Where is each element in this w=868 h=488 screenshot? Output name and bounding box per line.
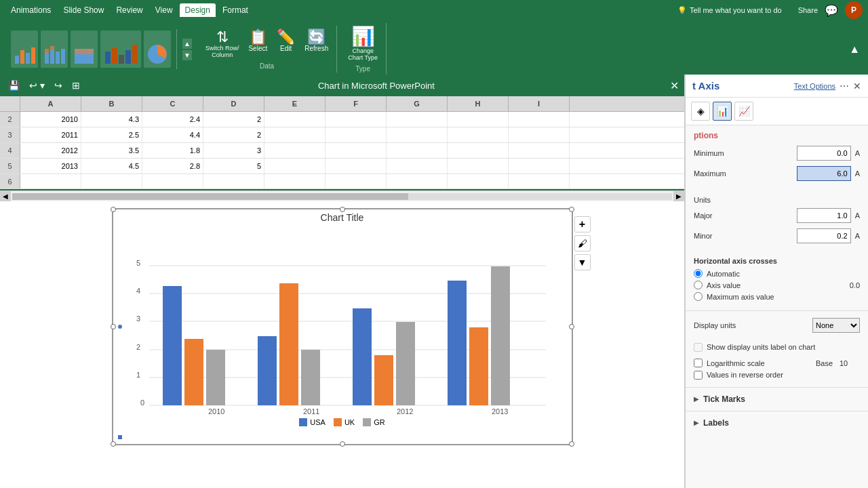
cell-b3[interactable]: 2.5 — [81, 127, 142, 142]
handle-bm[interactable] — [340, 441, 345, 447]
cell-g5[interactable] — [387, 159, 448, 174]
cell-e2[interactable] — [264, 112, 326, 127]
cell-c5[interactable]: 2.8 — [142, 159, 203, 174]
cell-b5[interactable]: 4.5 — [81, 159, 142, 174]
cell-i6[interactable] — [509, 174, 570, 189]
select-button[interactable]: 📋 Select — [245, 28, 270, 60]
minimum-input[interactable] — [797, 146, 851, 161]
tab-review[interactable]: Review — [111, 3, 148, 17]
chart-wrapper[interactable]: Chart Title 0 1 2 3 4 5 — [112, 208, 573, 445]
cell-h4[interactable] — [448, 143, 509, 158]
inner-handle-l[interactable] — [117, 324, 123, 329]
cell-a4[interactable]: 2012 — [20, 143, 81, 158]
handle-mr[interactable] — [569, 324, 574, 329]
cell-c6[interactable] — [142, 174, 203, 189]
cell-d5[interactable]: 5 — [203, 159, 264, 174]
cell-i2[interactable] — [509, 112, 570, 127]
handle-br[interactable] — [569, 441, 574, 447]
reverse-order-checkbox[interactable] — [694, 371, 703, 380]
tab-format-shape[interactable]: ◈ — [691, 102, 710, 121]
cell-e4[interactable] — [264, 143, 326, 158]
cell-h3[interactable] — [448, 127, 509, 142]
cell-e3[interactable] — [264, 127, 326, 142]
scroll-left-btn[interactable]: ◀ — [0, 191, 11, 202]
automatic-radio[interactable] — [694, 269, 703, 278]
cell-f3[interactable] — [326, 127, 387, 142]
handle-tl[interactable] — [111, 207, 116, 212]
cell-c4[interactable]: 1.8 — [142, 143, 203, 158]
cell-a6[interactable] — [20, 174, 81, 189]
tick-marks-section[interactable]: ▶ Tick Marks — [686, 390, 868, 408]
cell-d4[interactable]: 3 — [203, 143, 264, 158]
edit-button[interactable]: ✏️ Edit — [274, 28, 298, 60]
cell-g2[interactable] — [387, 112, 448, 127]
display-units-select[interactable]: None Hundreds Thousands Millions — [812, 318, 860, 333]
panel-expand-btn[interactable]: ⋯ — [840, 81, 849, 92]
cell-g6[interactable] — [387, 174, 448, 189]
tab-column-chart[interactable]: 📈 — [734, 102, 753, 121]
cell-b4[interactable]: 3.5 — [81, 143, 142, 158]
major-input[interactable] — [797, 208, 851, 223]
cell-i5[interactable] — [509, 159, 570, 174]
major-auto-btn[interactable]: A — [855, 211, 860, 220]
comment-icon[interactable]: 💬 — [825, 4, 838, 17]
cell-i4[interactable] — [509, 143, 570, 158]
cell-b2[interactable]: 4.3 — [81, 112, 142, 127]
minor-input[interactable] — [797, 228, 851, 243]
cell-f6[interactable] — [326, 174, 387, 189]
max-axis-radio[interactable] — [694, 292, 703, 301]
share-button[interactable]: Share — [798, 6, 818, 14]
minimum-auto-btn[interactable]: A — [855, 149, 860, 157]
sheet-close-btn[interactable]: ✕ — [670, 79, 679, 92]
maximum-input[interactable] — [797, 166, 851, 181]
cell-h2[interactable] — [448, 112, 509, 127]
style-btn[interactable]: 🖌 — [574, 235, 591, 251]
tab-view[interactable]: View — [150, 3, 178, 17]
tell-me-box[interactable]: 💡 Tell me what you want to do — [677, 6, 782, 15]
handle-tm[interactable] — [340, 207, 345, 212]
scroll-thumb[interactable] — [12, 193, 408, 200]
cell-c2[interactable]: 2.4 — [142, 112, 203, 127]
axis-value-radio[interactable] — [694, 281, 703, 289]
save-icon[interactable]: 💾 — [5, 79, 22, 92]
cell-g3[interactable] — [387, 127, 448, 142]
layout-thumb-1[interactable] — [11, 30, 38, 68]
tab-slideshow[interactable]: Slide Show — [58, 3, 109, 17]
cell-a3[interactable]: 2011 — [20, 127, 81, 142]
col-e-header[interactable]: E — [264, 96, 326, 111]
scroll-track[interactable] — [12, 193, 672, 200]
minor-auto-btn[interactable]: A — [855, 232, 860, 240]
col-d-header[interactable]: D — [203, 96, 264, 111]
labels-section[interactable]: ▶ Labels — [686, 414, 868, 432]
cell-c3[interactable]: 4.4 — [142, 127, 203, 142]
scroll-up-btn[interactable]: ▲ — [182, 39, 192, 49]
handle-ml[interactable] — [111, 324, 116, 329]
handle-tr[interactable] — [569, 207, 574, 212]
redo-btn[interactable]: ↪ — [52, 79, 65, 92]
cell-d2[interactable]: 2 — [203, 112, 264, 127]
col-b-header[interactable]: B — [81, 96, 142, 111]
cell-g4[interactable] — [387, 143, 448, 158]
col-c-header[interactable]: C — [142, 96, 203, 111]
col-f-header[interactable]: F — [326, 96, 387, 111]
tab-format[interactable]: Format — [217, 3, 254, 17]
cell-a2[interactable]: 2010 — [20, 112, 81, 127]
layout-thumb-4[interactable] — [100, 30, 141, 68]
cell-e5[interactable] — [264, 159, 326, 174]
cell-f2[interactable] — [326, 112, 387, 127]
layout-thumb-5[interactable] — [144, 30, 171, 68]
col-a-header[interactable]: A — [20, 96, 81, 111]
cell-f5[interactable] — [326, 159, 387, 174]
col-i-header[interactable]: I — [509, 96, 570, 111]
cell-e6[interactable] — [264, 174, 326, 189]
cell-i3[interactable] — [509, 127, 570, 142]
cell-h5[interactable] — [448, 159, 509, 174]
layout-thumb-3[interactable] — [71, 30, 98, 68]
change-chart-type-button[interactable]: 📊 ChangeChart Type — [345, 26, 380, 62]
tab-bar-chart[interactable]: 📊 — [713, 102, 732, 121]
layout-thumb-2[interactable] — [41, 30, 68, 68]
logarithmic-checkbox[interactable] — [694, 359, 703, 367]
tab-animations[interactable]: Animations — [5, 3, 56, 17]
scroll-down-btn[interactable]: ▼ — [182, 50, 192, 60]
col-h-header[interactable]: H — [448, 96, 509, 111]
